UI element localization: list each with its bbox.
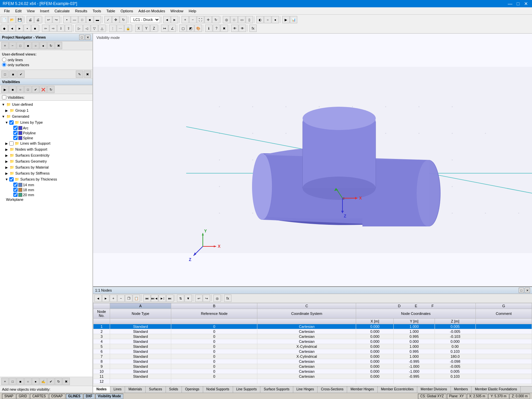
table-row[interactable]: 6 Standard 0 Cartesian 0.000 0.995 0.103 (93, 349, 532, 354)
visibilities-checkbox[interactable] (2, 95, 6, 99)
data-panel-float[interactable]: □ (519, 288, 524, 293)
table-row[interactable]: 5 Standard 0 X-Cylindrical 0.000 1.000 0… (93, 344, 532, 349)
nav-btn-3[interactable]: □ (17, 42, 24, 49)
tb2-11[interactable]: ◁ (83, 25, 90, 32)
tree-item-18mm[interactable]: 18 mm (1, 187, 92, 192)
tb-node[interactable]: • (63, 16, 70, 23)
tree-item-lines-by-type[interactable]: ▼ 📁 Lines by Type (1, 119, 92, 125)
tb-top[interactable]: □ (230, 16, 238, 23)
tb2-10[interactable]: ▷ (75, 25, 83, 32)
bottom-btn-8[interactable]: ↻ (55, 378, 62, 385)
menu-options[interactable]: Options (118, 7, 136, 14)
tb-print[interactable]: 🖨 (27, 16, 34, 23)
nav-close-button[interactable]: ✕ (85, 35, 90, 40)
menu-tools[interactable]: Tools (90, 7, 104, 14)
nav-bottom-btn-2[interactable]: ■ (9, 70, 17, 78)
data-tb-paste[interactable]: 📋 (133, 295, 140, 302)
tb-front[interactable]: ▭ (238, 16, 245, 23)
tb-move[interactable]: ✜ (112, 16, 119, 23)
nav-btn-7[interactable]: ↻ (47, 42, 55, 49)
tab-surface-supports[interactable]: Surface Supports (260, 386, 293, 393)
data-tb-2[interactable]: ► (102, 295, 109, 302)
expand-surfaces-geometry[interactable]: ▶ (5, 159, 9, 163)
tab-openings[interactable]: Openings (182, 386, 203, 393)
vis-btn-7[interactable]: ↻ (47, 86, 55, 93)
expand-lines-by-type[interactable]: ▼ (5, 120, 9, 124)
tb-prev[interactable]: ◄ (163, 16, 171, 23)
vis-btn-6[interactable]: ❌ (40, 86, 47, 93)
tb2-grid[interactable]: ⋮ (109, 25, 116, 32)
tb-print2[interactable]: 🖨 (34, 16, 42, 23)
tree-item-generated[interactable]: ▼ 📁 Generated (1, 113, 92, 119)
status-osnap[interactable]: OSNAP (49, 394, 65, 399)
data-tb-import[interactable]: ↩ (195, 295, 202, 302)
nav-bottom-btn-del[interactable]: ✖ (84, 70, 91, 78)
tb2-7[interactable]: ⇨ (50, 25, 57, 32)
expand-surfaces-stiffness[interactable]: ▶ (5, 171, 9, 175)
tb2-snap[interactable]: ⋯ (117, 25, 124, 32)
radio-only-surfaces[interactable]: only surfaces (2, 63, 90, 67)
status-dxf[interactable]: DXF (83, 394, 95, 399)
tb-save[interactable]: 💾 (16, 16, 23, 23)
tree-item-surfaces-thickness[interactable]: ▼ 📁 Surfaces by Thickness (1, 176, 92, 182)
tree-item-group1[interactable]: ▶ 📁 Group 1 (1, 107, 92, 113)
vis-btn-1[interactable]: ▶ (1, 86, 9, 93)
tb2-display[interactable]: ▢ (179, 25, 187, 32)
tb-select[interactable]: ✓ (104, 16, 112, 23)
menu-view[interactable]: View (24, 7, 38, 14)
nav-btn-4[interactable]: ■ (24, 42, 32, 49)
table-row[interactable]: 10 Standard 0 Cartesian 0.000 -1.000 0.0… (93, 369, 532, 374)
tb2-x[interactable]: X (135, 25, 142, 32)
tab-member-hinges[interactable]: Member Hinges (347, 386, 378, 393)
tb-zoom-fit[interactable]: ⛶ (197, 16, 204, 23)
tb-member[interactable]: ▬ (94, 16, 101, 23)
tb-rotate[interactable]: ↻ (120, 16, 127, 23)
bottom-btn-1[interactable]: + (1, 378, 9, 385)
tree-item-workplane[interactable]: Workplane (1, 197, 92, 202)
menu-table[interactable]: Table (104, 7, 118, 14)
check-18mm[interactable] (13, 188, 18, 192)
tb2-5[interactable]: ■ (31, 25, 39, 32)
check-14mm[interactable] (13, 183, 18, 187)
bottom-btn-3[interactable]: ■ (17, 378, 24, 385)
tb2-visibility[interactable]: 👁 (231, 25, 238, 32)
vis-btn-5[interactable]: ✔ (32, 86, 39, 93)
nav-btn-1[interactable]: + (1, 42, 9, 49)
tab-members[interactable]: Members (451, 386, 472, 393)
tb2-cross[interactable]: ✖ (220, 25, 228, 32)
tb2-vis2[interactable]: 👁 (239, 25, 246, 32)
tb-wire[interactable]: ○ (264, 16, 271, 23)
nav-btn-2[interactable]: − (9, 42, 16, 49)
tree-item-lines-with-support[interactable]: ▶ 📁 Lines with Support (1, 140, 92, 146)
data-tb-export[interactable]: ↪ (203, 295, 210, 302)
table-row[interactable]: 8 Standard 0 Cartesian 0.000 -0.995 -0.0… (93, 359, 532, 364)
data-tb-prev-row[interactable]: ⏭‍◄ (151, 295, 158, 302)
status-grid[interactable]: GRID (16, 394, 29, 399)
nav-bottom-btn-3[interactable]: ✔ (17, 70, 25, 78)
tb2-2[interactable]: ◄ (8, 25, 16, 32)
expand-nodes-with-support[interactable]: ▶ (5, 147, 9, 151)
expand-surfaces-material[interactable]: ▶ (5, 165, 9, 169)
bottom-btn-5[interactable]: ● (32, 378, 39, 385)
tree-item-surfaces-eccentricity[interactable]: ▶ 📁 Surfaces Eccentricity (1, 152, 92, 158)
expand-user-defined[interactable]: ▼ (1, 102, 5, 106)
tree-item-surfaces-material[interactable]: ▶ 📁 Surfaces by Material (1, 164, 92, 170)
tb-shade[interactable]: ● (272, 16, 279, 23)
data-tb-del-row[interactable]: − (117, 295, 125, 302)
check-20mm[interactable] (13, 193, 18, 197)
tb-rotate-view[interactable]: ↻ (212, 16, 219, 23)
check-lines-by-type[interactable] (9, 120, 14, 125)
check-spline[interactable] (13, 136, 18, 140)
data-tb-last[interactable]: ⏭ (166, 295, 174, 302)
expand-generated[interactable]: ▼ (1, 114, 5, 118)
tb-render[interactable]: ◐ (256, 16, 264, 23)
menu-calculate[interactable]: Calculate (52, 7, 72, 14)
bottom-btn-7[interactable]: ✔ (47, 378, 55, 385)
tab-solids[interactable]: Solids (166, 386, 182, 393)
tb2-8[interactable]: ⇩ (57, 25, 65, 32)
check-arc[interactable] (13, 126, 18, 130)
nav-btn-6[interactable]: ● (40, 42, 47, 49)
tab-member-elastic[interactable]: Member Elastic Foundations (471, 386, 521, 393)
check-lines-with-support[interactable] (9, 141, 14, 146)
menu-help[interactable]: Help (186, 7, 199, 14)
